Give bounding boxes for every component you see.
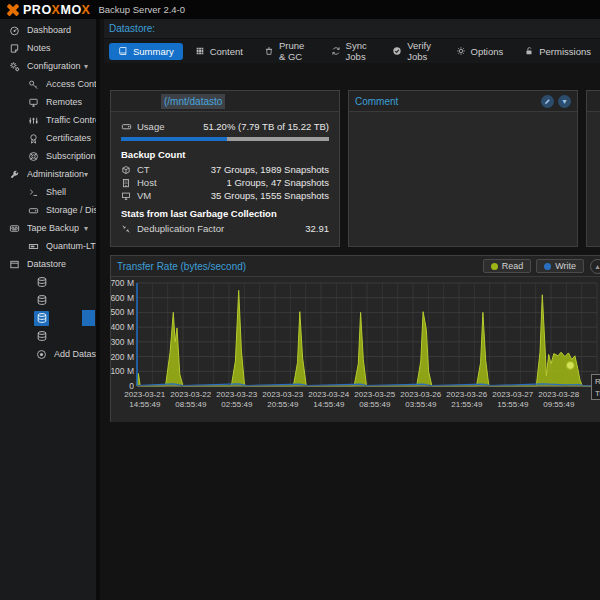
stat-value: 1 Groups, 47 Snapshots: [227, 177, 329, 188]
tab-summary[interactable]: Summary: [109, 43, 183, 60]
clipped-right-panel: [586, 90, 600, 247]
stat-label: CT: [137, 164, 150, 175]
book-icon: [118, 46, 128, 56]
tab-options[interactable]: Options: [447, 43, 513, 60]
legend-item-write[interactable]: Write: [536, 259, 584, 273]
sidebar-item-label: Storage / Disks: [46, 205, 96, 215]
sidebar-item-label: Datastore: [27, 259, 66, 269]
tape-icon: [7, 221, 22, 236]
note-icon: [7, 41, 22, 56]
usage-progress-bar: [121, 137, 329, 141]
stat-value: 37 Groups, 1989 Snapshots: [211, 164, 329, 175]
svg-text:03:55:49: 03:55:49: [405, 400, 437, 409]
compress-icon: [121, 224, 131, 234]
tab-permissions[interactable]: Permissions: [515, 43, 600, 60]
usage-value: 51.20% (7.79 TB of 15.22 TB): [203, 121, 329, 132]
sidebar-item-administration[interactable]: Administration▾: [0, 165, 96, 183]
tape-drive-icon: [28, 241, 39, 252]
chevron-down-icon[interactable]: ▾: [84, 224, 88, 233]
sidebar-item-traffic-control[interactable]: Traffic Control: [0, 111, 96, 129]
sidebar-item-dashboard[interactable]: Dashboard: [0, 21, 96, 39]
chevron-down-icon[interactable]: ▾: [84, 62, 88, 71]
sidebar-item-storage-disks[interactable]: Storage / Disks: [0, 201, 96, 219]
legend-item-read[interactable]: Read: [483, 259, 532, 273]
hdd-icon: [26, 203, 41, 218]
proxmox-logo[interactable]: PROXMOX: [6, 3, 90, 17]
comment-panel-body[interactable]: [349, 112, 577, 247]
tape-icon: [9, 223, 20, 234]
stat-row-host: Host1 Groups, 47 Snapshots: [121, 176, 329, 189]
stat-row-vm: VM35 Groups, 1555 Snapshots: [121, 189, 329, 202]
chevron-down-icon[interactable]: ▾: [84, 170, 88, 179]
svg-text:500 M: 500 M: [111, 307, 134, 317]
comment-panel: Comment ▾: [348, 90, 578, 247]
hdd-icon: [121, 121, 134, 132]
wrench-icon: [7, 167, 22, 182]
compress-icon: [121, 224, 134, 234]
note-icon: [9, 43, 20, 54]
desktop-icon: [121, 191, 131, 201]
collapse-chart-button[interactable]: ▴: [590, 259, 600, 274]
sidebar-item-database[interactable]: [0, 327, 96, 345]
sidebar-item-label: Add Datastore: [54, 349, 96, 359]
sidebar-item-label: Configuration: [27, 61, 81, 71]
desktop-icon: [121, 191, 134, 201]
svg-text:2023-03-27: 2023-03-27: [492, 390, 533, 399]
sidebar-item-datastore[interactable]: Datastore: [0, 255, 96, 273]
sidebar-item-quantum-lto8[interactable]: Quantum-LTO8: [0, 237, 96, 255]
database-icon: [36, 312, 48, 324]
grid-icon: [195, 46, 205, 56]
sidebar-item-tape-backup[interactable]: Tape Backup▾: [0, 219, 96, 237]
brand-text: PROXMOX: [23, 3, 90, 17]
remotes-icon: [26, 95, 41, 110]
database-icon: [34, 275, 49, 290]
stat-label: VM: [137, 190, 151, 201]
sidebar-item-access-control[interactable]: Access Control: [0, 75, 96, 93]
sidebar-item-configuration[interactable]: Configuration▾: [0, 57, 96, 75]
stat-row-deduplication-factor: Deduplication Factor32.91: [121, 222, 329, 235]
tab-sync-jobs[interactable]: Sync Jobs: [322, 37, 381, 65]
sidebar-item-label: Subscription: [46, 151, 96, 161]
sidebar-item-subscription[interactable]: Subscription: [0, 147, 96, 165]
cube-icon: [121, 165, 134, 175]
subscription-icon: [26, 149, 41, 164]
sidebar-item-database[interactable]: [0, 309, 96, 327]
database-icon: [34, 329, 49, 344]
sidebar-item-label: Tape Backup: [27, 223, 79, 233]
chart-title: Transfer Rate (bytes/second): [117, 261, 246, 272]
wrench-icon: [9, 169, 20, 180]
sidebar-item-database[interactable]: [0, 273, 96, 291]
collapse-panel-button[interactable]: ▾: [558, 95, 571, 108]
sidebar-item-add-datastore[interactable]: Add Datastore: [0, 345, 96, 363]
stat-value: 32.91: [305, 223, 329, 234]
subscription-icon: [28, 151, 39, 162]
certificate-icon: [26, 131, 41, 146]
svg-text:700 M: 700 M: [111, 278, 134, 288]
svg-text:100 M: 100 M: [111, 366, 134, 376]
sidebar-item-shell[interactable]: Shell: [0, 183, 96, 201]
svg-text:20:55:49: 20:55:49: [267, 400, 299, 409]
datastore-icon: [7, 257, 22, 272]
svg-text:2023-03-26: 2023-03-26: [400, 390, 441, 399]
database-icon: [36, 294, 48, 306]
terminal-icon: [26, 185, 41, 200]
sidebar-item-database[interactable]: [0, 291, 96, 309]
certificate-icon: [28, 133, 39, 144]
transfer-rate-chart[interactable]: 0100 M200 M300 M400 M500 M600 M700 M2023…: [111, 277, 600, 422]
sidebar-item-notes[interactable]: Notes: [0, 39, 96, 57]
edit-comment-button[interactable]: [541, 95, 554, 108]
tab-content[interactable]: Content: [186, 43, 252, 60]
sidebar-item-label: Dashboard: [27, 25, 71, 35]
svg-text:2023-03-25: 2023-03-25: [354, 390, 395, 399]
sidebar-item-certificates[interactable]: Certificates: [0, 129, 96, 147]
tab-prune-gc[interactable]: Prune & GC: [255, 37, 319, 65]
sidebar-item-remotes[interactable]: Remotes: [0, 93, 96, 111]
usage-panel-header: (/mnt/datasto: [111, 91, 339, 112]
tab-verify-jobs[interactable]: Verify Jobs: [383, 37, 443, 65]
cube-icon: [121, 165, 131, 175]
stat-value: 35 Groups, 1555 Snapshots: [211, 190, 329, 201]
add-icon: [34, 347, 49, 362]
gc-stats-title: Stats from last Garbage Collection: [121, 208, 329, 219]
tape-drive-icon: [26, 239, 41, 254]
verify-icon: [392, 46, 402, 56]
